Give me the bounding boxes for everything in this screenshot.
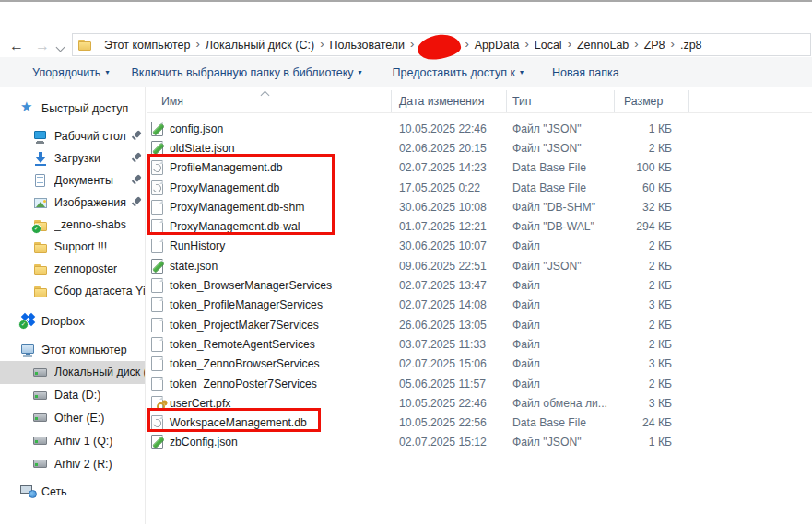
sidebar-item-this-pc[interactable]: Этот компьютер <box>0 339 145 361</box>
file-file-icon <box>151 377 163 391</box>
file-size: 3 КБ <box>615 397 689 410</box>
drive-icon <box>33 434 49 448</box>
computer-icon <box>20 344 36 357</box>
file-date: 10.05.2025 22:46 <box>392 122 507 135</box>
file-type: Файл "JSON" <box>507 436 615 448</box>
drive-icon <box>33 411 49 425</box>
file-type: Файл "JSON" <box>507 122 615 135</box>
column-header-type[interactable]: Тип <box>507 90 615 112</box>
desktop-icon <box>33 130 49 144</box>
file-name-cell: token_BrowserManagerServices <box>147 278 392 293</box>
caret-down-icon: ▾ <box>105 68 109 76</box>
chevron-right-icon: › <box>565 37 574 52</box>
breadcrumb-item[interactable]: .zp8 <box>677 39 705 52</box>
organize-button[interactable]: Упорядочить▾ <box>32 66 109 79</box>
navigation-sidebar: Быстрый доступРабочий столЗагрузкиДокуме… <box>0 87 146 524</box>
sidebar-item-local-disk-c[interactable]: Локальный диск (C <box>0 361 145 384</box>
explorer-window: ← → Этот компьютер›Локальный диск (C:)›П… <box>0 0 812 524</box>
file-row[interactable]: RunHistory30.06.2025 10:07Файл2 КБ <box>147 237 812 256</box>
sidebar-item-label: Рабочий стол <box>54 130 126 143</box>
file-size: 100 КБ <box>615 161 689 174</box>
file-type: Файл обмена ли... <box>507 397 615 410</box>
file-name-cell: token_ZennoBrowserServices <box>147 356 392 371</box>
file-file-icon <box>151 239 163 253</box>
new-folder-button[interactable]: Новая папка <box>552 66 619 79</box>
file-name: token_ProjectMaker7Services <box>170 319 319 332</box>
sidebar-item-zenno-shabs[interactable]: _zenno-shabs <box>0 214 145 236</box>
file-list-header: ИмяДата измененияТипРазмер <box>147 90 812 113</box>
file-date: 26.06.2025 13:05 <box>392 319 507 332</box>
sidebar-item-pictures[interactable]: Изображения <box>0 192 145 214</box>
sidebar-item-zennoposter[interactable]: zennoposter <box>0 258 145 280</box>
column-header-label: Дата изменения <box>399 95 484 108</box>
network-icon <box>20 484 36 498</box>
sidebar-item-other-e[interactable]: Other (E:) <box>0 407 145 430</box>
address-bar[interactable]: Этот компьютер›Локальный диск (C:)›Польз… <box>72 33 811 56</box>
file-row[interactable]: token_ZennoPoster7Services05.06.2025 11:… <box>147 374 812 393</box>
toolbar-button-label: Упорядочить <box>32 66 100 79</box>
file-name-cell: token_ProfileManagerServices <box>147 297 392 312</box>
breadcrumb-item[interactable]: ZennoLab <box>574 39 631 52</box>
chevron-right-icon: › <box>407 37 417 52</box>
file-row[interactable]: zbConfig.json02.07.2025 15:12Файл "JSON"… <box>147 433 812 452</box>
file-type: Data Base File <box>507 181 615 194</box>
pin-icon <box>131 131 142 142</box>
pin-icon <box>131 175 142 186</box>
caret-down-icon: ▾ <box>520 68 524 76</box>
file-size: 294 КБ <box>615 220 689 233</box>
sidebar-item-network[interactable]: Сеть <box>0 481 145 503</box>
file-type: Data Base File <box>507 416 615 429</box>
file-row[interactable]: token_RemoteAgentServices03.07.2025 11:3… <box>147 334 812 354</box>
column-header-size[interactable]: Размер <box>615 90 689 112</box>
sidebar-item-data-d[interactable]: Data (D:) <box>0 384 145 407</box>
give-access-button[interactable]: Предоставить доступ к▾ <box>393 66 524 79</box>
caret-down-icon: ▾ <box>359 68 362 76</box>
file-date: 30.06.2025 10:07 <box>392 239 507 252</box>
column-header-date[interactable]: Дата изменения <box>392 90 507 112</box>
file-size: 2 КБ <box>615 279 689 292</box>
file-type: Файл <box>507 239 615 252</box>
sidebar-item-label: Документы <box>54 174 113 187</box>
toolbar-button-label: Предоставить доступ к <box>393 66 515 79</box>
breadcrumb-item[interactable]: Local <box>532 39 565 52</box>
file-row[interactable]: token_BrowserManagerServices02.07.2025 1… <box>147 275 812 295</box>
breadcrumb: Этот компьютер›Локальный диск (C:)›Польз… <box>101 33 705 57</box>
forward-icon[interactable]: → <box>35 37 50 55</box>
file-row[interactable]: token_ProjectMaker7Services26.06.2025 13… <box>147 315 812 334</box>
breadcrumb-item[interactable]: Этот компьютер <box>101 39 193 52</box>
file-date: 02.07.2025 15:06 <box>392 357 507 370</box>
sidebar-item-documents[interactable]: Документы <box>0 169 145 192</box>
sidebar-item-support[interactable]: Support !!! <box>0 236 145 258</box>
file-row[interactable]: token_ZennoBrowserServices02.07.2025 15:… <box>147 355 812 374</box>
column-header-name[interactable]: Имя <box>147 90 392 112</box>
file-name: token_ProfileManagerServices <box>170 298 323 311</box>
pin-icon <box>131 153 142 164</box>
navigation-bar: ← → Этот компьютер›Локальный диск (C:)›П… <box>0 2 812 57</box>
folder-icon <box>33 218 49 232</box>
drive-icon <box>33 457 49 471</box>
sidebar-item-arhiv-2-r[interactable]: Arhiv 2 (R:) <box>0 452 145 475</box>
breadcrumb-item[interactable]: AppData <box>472 39 523 52</box>
breadcrumb-item[interactable]: ZP8 <box>641 39 668 52</box>
file-row[interactable]: state.json09.06.2025 22:51Файл "JSON"2 К… <box>147 256 812 275</box>
breadcrumb-item[interactable]: Локальный диск (C:) <box>203 39 317 52</box>
sidebar-item-downloads[interactable]: Загрузки <box>0 147 145 169</box>
file-size: 24 КБ <box>615 416 689 429</box>
back-icon[interactable]: ← <box>9 37 24 55</box>
file-date: 17.05.2025 0:22 <box>392 181 507 194</box>
breadcrumb-item[interactable]: Пользователи <box>326 39 407 52</box>
sidebar-item-dataset-yidu[interactable]: Сбор датасета Yidu <box>0 280 145 302</box>
sidebar-item-dropbox[interactable]: Dropbox <box>0 309 145 332</box>
file-name: zbConfig.json <box>170 436 238 448</box>
sidebar-item-arhiv-1-q[interactable]: Arhiv 1 (Q:) <box>0 429 145 452</box>
sidebar-item-label: zennoposter <box>54 262 117 275</box>
include-in-library-button[interactable]: Включить выбранную папку в библиотеку▾ <box>131 66 361 79</box>
address-folder-icon <box>77 39 92 52</box>
file-name-cell: state.json <box>147 259 392 274</box>
sidebar-item-label: Загрузки <box>54 152 100 165</box>
sidebar-item-desktop[interactable]: Рабочий стол <box>0 125 145 147</box>
sidebar-item-quick-access[interactable]: Быстрый доступ <box>0 97 145 120</box>
recent-locations-chevron-icon[interactable] <box>56 43 65 52</box>
file-row[interactable]: config.json10.05.2025 22:46Файл "JSON"1 … <box>147 119 812 138</box>
file-row[interactable]: token_ProfileManagerServices02.07.2025 1… <box>147 296 812 315</box>
